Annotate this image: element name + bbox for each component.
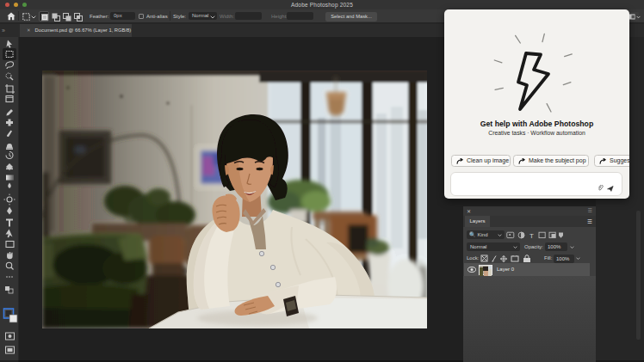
- svg-text:T: T: [529, 231, 534, 239]
